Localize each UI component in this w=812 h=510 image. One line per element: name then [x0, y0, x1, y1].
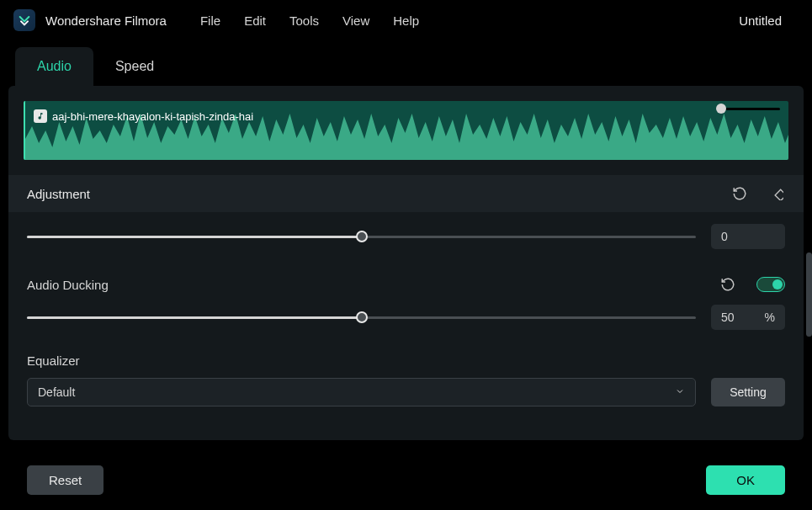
- tab-speed[interactable]: Speed: [93, 47, 176, 86]
- menu-view[interactable]: View: [342, 13, 369, 28]
- equalizer-selected: Default: [38, 385, 75, 399]
- equalizer-setting-button[interactable]: Setting: [711, 378, 785, 406]
- app-logo: [13, 9, 35, 31]
- pitch-slider[interactable]: [27, 228, 696, 245]
- menu-tools[interactable]: Tools: [289, 13, 319, 28]
- main-menu: File Edit Tools View Help: [200, 13, 419, 28]
- panel-scrollbar[interactable]: [806, 252, 812, 337]
- pitch-control: 0: [8, 212, 804, 254]
- audio-waveform[interactable]: aaj-bhi-mere-khayalon-ki-tapish-zinda-ha…: [24, 101, 788, 160]
- titlebar: Wondershare Filmora File Edit Tools View…: [0, 0, 812, 40]
- equalizer-row: Default Setting: [8, 369, 804, 423]
- adjustment-title: Adjustment: [27, 187, 90, 201]
- footer: Reset OK: [0, 465, 812, 495]
- adjustment-header: Adjustment: [8, 175, 804, 212]
- svg-rect-0: [775, 189, 783, 200]
- tabs: Audio Speed: [0, 47, 812, 86]
- app-title: Wondershare Filmora: [45, 13, 167, 28]
- ducking-reset-icon[interactable]: [719, 276, 736, 293]
- keyframe-diamond-icon[interactable]: [768, 185, 785, 202]
- document-title: Untitled: [739, 13, 782, 28]
- track-name: aaj-bhi-mere-khayalon-ki-tapish-zinda-ha…: [52, 110, 253, 123]
- ducking-value[interactable]: 50 %: [711, 305, 785, 330]
- music-note-icon: [34, 109, 47, 123]
- ok-button[interactable]: OK: [706, 465, 785, 495]
- ducking-slider[interactable]: [27, 309, 696, 326]
- audio-ducking-control: Audio Ducking 50 %: [8, 254, 804, 335]
- menu-help[interactable]: Help: [393, 13, 419, 28]
- ducking-toggle[interactable]: [756, 277, 785, 292]
- equalizer-label: Equalizer: [27, 353, 785, 368]
- audio-ducking-label: Audio Ducking: [27, 278, 109, 292]
- tab-audio[interactable]: Audio: [15, 47, 93, 86]
- chevron-down-icon: [675, 385, 685, 399]
- menu-edit[interactable]: Edit: [244, 13, 266, 28]
- waveform-row: aaj-bhi-mere-khayalon-ki-tapish-zinda-ha…: [8, 86, 804, 175]
- audio-panel: aaj-bhi-mere-khayalon-ki-tapish-zinda-ha…: [8, 86, 804, 440]
- adjustment-reset-icon[interactable]: [731, 185, 748, 202]
- pitch-value[interactable]: 0: [711, 224, 785, 249]
- reset-button[interactable]: Reset: [27, 465, 103, 495]
- track-label: aaj-bhi-mere-khayalon-ki-tapish-zinda-ha…: [34, 109, 253, 123]
- equalizer-select[interactable]: Default: [27, 378, 696, 406]
- menu-file[interactable]: File: [200, 13, 220, 28]
- waveform-volume-slider[interactable]: [721, 108, 780, 110]
